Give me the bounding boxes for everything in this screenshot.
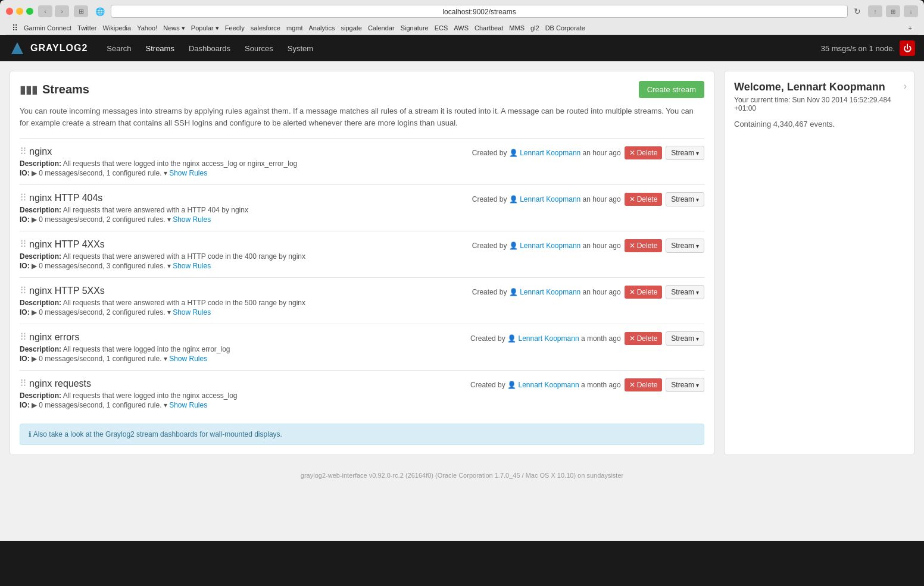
- bookmark-garmin[interactable]: Garmin Connect: [24, 24, 71, 32]
- stream-item: ⠿nginx Description: All requests that we…: [20, 138, 704, 184]
- creator-link[interactable]: 👤 Lennart Koopmann: [509, 195, 580, 203]
- stream-button[interactable]: Stream ▾: [666, 331, 704, 346]
- stream-name: ⠿nginx: [20, 146, 472, 157]
- nav-search[interactable]: Search: [105, 44, 132, 53]
- show-rules-link[interactable]: Show Rules: [169, 401, 207, 409]
- bookmark-feedly[interactable]: Feedly: [225, 24, 245, 32]
- share-button[interactable]: ↑: [868, 5, 882, 17]
- creator-link[interactable]: 👤 Lennart Koopmann: [509, 149, 580, 157]
- stream-button[interactable]: Stream ▾: [666, 285, 704, 299]
- close-button[interactable]: [6, 8, 13, 15]
- bookmark-gl2[interactable]: gl2: [530, 24, 539, 32]
- back-button[interactable]: ‹: [38, 5, 52, 17]
- sidebar-time: Your current time: Sun Nov 30 2014 16:52…: [734, 96, 904, 112]
- download-button[interactable]: ↓: [904, 5, 918, 17]
- stream-actions: Created by 👤 Lennart Koopmann an hour ag…: [472, 239, 704, 253]
- bookmark-yahoo[interactable]: Yahoo!: [137, 24, 157, 32]
- creator-link[interactable]: 👤 Lennart Koopmann: [507, 381, 579, 389]
- address-bar[interactable]: localhost:9002/streams: [111, 5, 848, 18]
- sidebar-arrow[interactable]: ›: [904, 81, 907, 92]
- maximize-button[interactable]: [26, 8, 33, 15]
- delete-x-icon: ✕: [629, 334, 635, 343]
- show-rules-link[interactable]: Show Rules: [173, 215, 211, 224]
- caret-icon: ▾: [696, 243, 699, 249]
- streams-header: ▮▮▮ Streams Create stream: [20, 81, 704, 98]
- delete-x-icon: ✕: [629, 242, 635, 250]
- stream-item: ⠿nginx HTTP 404s Description: All reques…: [20, 184, 704, 231]
- stream-button[interactable]: Stream ▾: [666, 192, 704, 206]
- created-info: Created by 👤 Lennart Koopmann a month ag…: [470, 334, 621, 343]
- bookmarks-more[interactable]: +: [909, 24, 912, 32]
- stream-name-area: ⠿nginx HTTP 5XXs Description: All reques…: [20, 285, 472, 316]
- delete-button[interactable]: ✕ Delete: [625, 239, 663, 252]
- delete-button[interactable]: ✕ Delete: [625, 286, 663, 299]
- bookmark-signature[interactable]: Signature: [401, 24, 429, 32]
- stream-name: ⠿nginx HTTP 5XXs: [20, 285, 472, 296]
- bookmark-popular[interactable]: Popular ▾: [191, 24, 219, 32]
- tab-view-button[interactable]: ⊞: [74, 5, 88, 17]
- stream-actions: Created by 👤 Lennart Koopmann a month ag…: [470, 331, 704, 346]
- bookmark-ecs[interactable]: ECS: [435, 24, 448, 32]
- bookmark-mms[interactable]: MMS: [509, 24, 525, 32]
- bookmark-sipgate[interactable]: sipgate: [341, 24, 362, 32]
- creator-link[interactable]: 👤 Lennart Koopmann: [509, 242, 580, 250]
- show-rules-link[interactable]: Show Rules: [173, 308, 211, 316]
- creator-link[interactable]: 👤 Lennart Koopmann: [507, 334, 579, 343]
- nav-streams[interactable]: Streams: [145, 44, 176, 53]
- drag-handle-icon: ⠿: [20, 146, 27, 156]
- reload-button[interactable]: ↻: [851, 5, 863, 17]
- bookmark-calendar[interactable]: Calendar: [368, 24, 395, 32]
- stream-io-line: IO: ▶ 0 messages/second, 2 configured ru…: [20, 308, 472, 316]
- bookmark-db-corporate[interactable]: DB Corporate: [545, 24, 585, 32]
- bookmark-wikipedia[interactable]: Wikipedia: [103, 24, 132, 32]
- drag-handle-icon: ⠿: [20, 239, 27, 249]
- bookmark-twitter[interactable]: Twitter: [77, 24, 96, 32]
- delete-button[interactable]: ✕ Delete: [625, 193, 663, 206]
- nav-system[interactable]: System: [286, 44, 314, 53]
- drag-handle-icon: ⠿: [20, 286, 27, 296]
- stream-description-line: Description: All requests that were answ…: [20, 299, 472, 307]
- stream-item: ⠿nginx HTTP 4XXs Description: All reques…: [20, 231, 704, 277]
- stream-button[interactable]: Stream ▾: [666, 239, 704, 253]
- create-stream-button[interactable]: Create stream: [639, 81, 704, 98]
- show-rules-link[interactable]: Show Rules: [169, 355, 207, 363]
- bookmark-mgmt[interactable]: mgmt: [286, 24, 303, 32]
- description-label: Description:: [20, 391, 61, 400]
- info-box: ℹ Also take a look at the Graylog2 strea…: [20, 424, 704, 445]
- drag-handle-icon: ⠿: [20, 332, 27, 342]
- forward-button[interactable]: ›: [55, 5, 69, 17]
- delete-button[interactable]: ✕ Delete: [625, 378, 663, 391]
- created-info: Created by 👤 Lennart Koopmann an hour ag…: [472, 288, 621, 296]
- stream-name-area: ⠿nginx requests Description: All request…: [20, 378, 470, 409]
- stream-actions: Created by 👤 Lennart Koopmann an hour ag…: [472, 146, 704, 160]
- nav-dashboards[interactable]: Dashboards: [188, 44, 232, 53]
- streams-panel: ▮▮▮ Streams Create stream You can route …: [10, 71, 714, 455]
- bookmark-analytics[interactable]: Analytics: [308, 24, 335, 32]
- stream-item-header: ⠿nginx HTTP 4XXs Description: All reques…: [20, 239, 704, 270]
- bookmark-news[interactable]: News ▾: [163, 24, 185, 32]
- creator-link[interactable]: 👤 Lennart Koopmann: [509, 288, 580, 296]
- stream-description-line: Description: All requests that were answ…: [20, 252, 472, 261]
- bookmark-chartbeat[interactable]: Chartbeat: [475, 24, 503, 32]
- streams-description: You can route incoming messages into str…: [20, 105, 704, 129]
- drag-handle-icon: ⠿: [20, 378, 27, 388]
- top-navigation: GRAYLOG2 Search Streams Dashboards Sourc…: [0, 35, 924, 61]
- minimize-button[interactable]: [16, 8, 23, 15]
- new-tab-button[interactable]: ⊞: [886, 5, 900, 17]
- dashboard-link[interactable]: Graylog2 stream dashboards for wall-moun…: [105, 430, 280, 438]
- delete-button[interactable]: ✕ Delete: [625, 146, 663, 159]
- io-label: IO:: [20, 355, 30, 363]
- stream-description-line: Description: All requests that were logg…: [20, 391, 470, 400]
- show-rules-link[interactable]: Show Rules: [169, 169, 207, 177]
- stream-item-header: ⠿nginx requests Description: All request…: [20, 378, 704, 409]
- show-rules-link[interactable]: Show Rules: [173, 262, 211, 270]
- drag-handle-icon: ⠿: [20, 193, 27, 203]
- power-button[interactable]: ⏻: [900, 40, 915, 56]
- bookmark-salesforce[interactable]: salesforce: [251, 24, 280, 32]
- stream-button[interactable]: Stream ▾: [666, 378, 704, 392]
- delete-button[interactable]: ✕ Delete: [625, 332, 663, 345]
- stream-item: ⠿nginx HTTP 5XXs Description: All reques…: [20, 277, 704, 324]
- nav-sources[interactable]: Sources: [244, 44, 274, 53]
- bookmark-aws[interactable]: AWS: [454, 24, 469, 32]
- stream-button[interactable]: Stream ▾: [666, 146, 704, 160]
